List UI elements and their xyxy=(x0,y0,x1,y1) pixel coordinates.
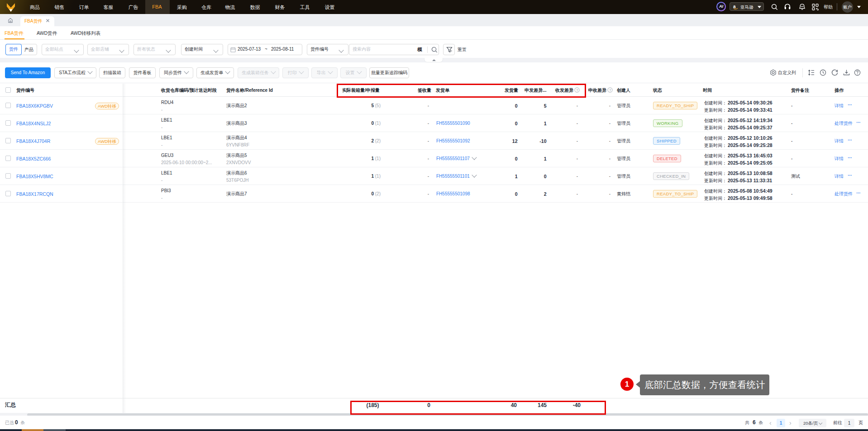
svg-text:?: ? xyxy=(609,88,611,92)
svg-text:a: a xyxy=(733,4,736,9)
